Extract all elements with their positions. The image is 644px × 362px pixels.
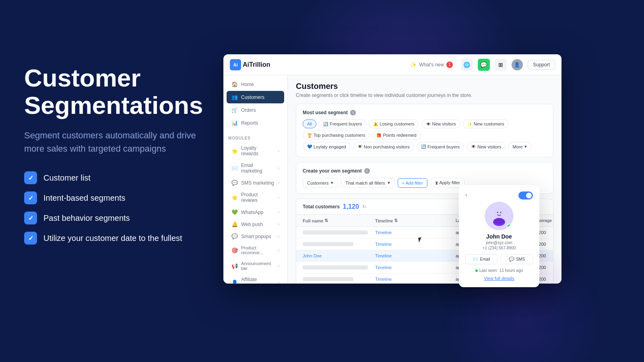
- svg-point-3: [497, 212, 498, 213]
- john-doe-link[interactable]: John Doe: [303, 253, 322, 258]
- email-btn-label: Email: [480, 257, 490, 261]
- chevron-whatsapp: ›: [278, 210, 279, 214]
- popup-actions: ✉️ Email 💬 SMS: [465, 254, 533, 264]
- most-used-segment-title: Most used segment i: [303, 110, 547, 115]
- top-nav: Ai AiTrillion ✨ What's new 1 🌐 💬 ⊞ 👤 Sup…: [223, 54, 561, 75]
- customer-popup: ‹ John Doe john@xyz.com +1 (234) 567-890…: [459, 185, 539, 287]
- product-rec-icon: 🎯: [231, 247, 238, 253]
- feature-item-3: Past behavior segments: [24, 212, 217, 224]
- feature-item-2: Intent-based segments: [24, 191, 217, 204]
- logo-icon: Ai: [230, 59, 241, 70]
- td-timeline-1: Timeline: [375, 230, 423, 235]
- sms-label: SMS marketing: [241, 180, 274, 186]
- tag-loyalty-engaged[interactable]: 💙 Loylaty engaged: [303, 142, 351, 151]
- check-icon-4: [24, 232, 37, 245]
- reviews-label: Product reviews: [241, 192, 275, 203]
- svg-point-4: [500, 212, 502, 213]
- user-avatar[interactable]: 👤: [512, 59, 523, 70]
- feature-label-3: Past behavior segments: [43, 214, 130, 223]
- reports-icon: 📊: [231, 120, 238, 126]
- sidebar-item-reports[interactable]: 📊 Reports: [227, 117, 284, 129]
- tag-non-purchasing[interactable]: 👁️ Non purchasing visitors: [353, 142, 414, 151]
- sidebar-item-email[interactable]: ✉️ Email marketing ›: [227, 160, 284, 177]
- feature-label-1: Customer list: [43, 173, 91, 183]
- sidebar: 🏠 Home 👥 Customers 🛒 Orders 📊 Reports MO…: [223, 75, 288, 284]
- sidebar-item-loyalty[interactable]: ⭐ Loyalty rewards ›: [227, 142, 284, 159]
- whatsapp-button[interactable]: 💬: [478, 59, 490, 71]
- sidebar-item-popups[interactable]: 💬 Smart popups ›: [227, 230, 284, 242]
- popup-customer-name: John Doe: [465, 233, 533, 240]
- total-count: 1,120: [343, 203, 359, 210]
- popup-avatar: [485, 202, 513, 230]
- last-seen-time: 11 hours ago: [500, 268, 523, 273]
- whats-new-button[interactable]: ✨ What's new 1: [407, 60, 456, 70]
- tag-frequent-buyers[interactable]: 🔄 Frequent buyers: [319, 119, 366, 128]
- loyalty-engaged-icon: 💙: [307, 144, 312, 149]
- page-subtitle: Create segments or click timeline to vie…: [296, 93, 553, 98]
- customers-icon: 👥: [231, 94, 238, 100]
- support-button[interactable]: Support: [528, 60, 555, 70]
- last-seen-label: Last seen:: [479, 268, 498, 273]
- td-timeline-4: Timeline: [375, 265, 423, 270]
- affiliate-label: Affiliate program: [241, 277, 275, 284]
- popup-sms-button[interactable]: 💬 SMS: [501, 254, 533, 264]
- tag-new-visitors[interactable]: 👁️ New visitors: [421, 119, 460, 128]
- grid-button[interactable]: ⊞: [495, 59, 507, 71]
- apply-filter-button[interactable]: ⧗ Apply filter: [431, 178, 464, 188]
- tag-new-visitors-2[interactable]: 👁️ New visitors: [466, 142, 506, 151]
- popup-customer-email: john@xyz.com: [465, 241, 533, 245]
- popup-email-button[interactable]: ✉️ Email: [465, 254, 497, 264]
- avatar-svg: [489, 206, 509, 226]
- tag-new-customers[interactable]: ✨ New customers: [463, 119, 509, 128]
- sidebar-item-customers[interactable]: 👥 Customers: [227, 91, 284, 103]
- online-dot: [475, 269, 478, 272]
- sidebar-item-home[interactable]: 🏠 Home: [227, 78, 284, 90]
- feature-label-2: Intent-based segments: [43, 193, 125, 203]
- sidebar-item-orders[interactable]: 🛒 Orders: [227, 104, 284, 116]
- sparkle-icon: ✨: [411, 62, 417, 68]
- customers-filter-select[interactable]: Customers ▾: [303, 178, 338, 188]
- sidebar-item-announcement[interactable]: 📢 Announcement bar ›: [227, 258, 284, 274]
- sidebar-item-reviews[interactable]: ⭐ Product reviews ›: [227, 189, 284, 206]
- page-title: Customers: [296, 82, 553, 91]
- chevron-loyalty: ›: [278, 149, 279, 153]
- popup-toggle[interactable]: [518, 191, 533, 200]
- view-details-link[interactable]: View full details: [465, 276, 533, 281]
- sidebar-item-product-rec[interactable]: 🎯 Product recomme... ›: [227, 243, 284, 258]
- logo-text: AiTrillion: [243, 61, 270, 68]
- chevron-email: ›: [278, 166, 279, 171]
- td-name-5: [303, 277, 375, 281]
- tag-frequent-buyers-2[interactable]: 🔄 Frequent buyers: [417, 142, 464, 151]
- sidebar-item-webpush[interactable]: 🔔 Web push ›: [227, 218, 284, 230]
- sidebar-item-sms[interactable]: 💬 SMS marketing ›: [227, 177, 284, 189]
- tag-more[interactable]: More ▾: [508, 142, 531, 151]
- tag-losing-customers[interactable]: ⚠️ Losing customers: [369, 119, 419, 128]
- sidebar-label-customers: Customers: [241, 95, 264, 100]
- losing-customers-icon: ⚠️: [373, 122, 378, 126]
- tag-frequent-buyers-2-label: Frequent buyers: [427, 144, 460, 149]
- frequent-buyers-icon: 🔄: [323, 122, 328, 126]
- sidebar-item-affiliate[interactable]: 👤 Affiliate program ›: [227, 274, 284, 284]
- whats-new-label: What's new: [419, 62, 444, 68]
- top-nav-right: ✨ What's new 1 🌐 💬 ⊞ 👤 Support: [407, 59, 555, 71]
- match-filter-select[interactable]: That match all filters ▾: [341, 178, 394, 188]
- tag-points-redeemed[interactable]: 🎁 Points redeemed: [372, 131, 421, 140]
- tag-top-purchasing[interactable]: 🏆 Top purchasing customers: [303, 131, 369, 140]
- points-redeemed-icon: 🎁: [376, 133, 381, 138]
- webpush-icon: 🔔: [231, 221, 238, 227]
- refresh-icon[interactable]: ↻: [362, 204, 366, 210]
- email-icon: ✉️: [231, 165, 238, 171]
- chevron-webpush: ›: [278, 222, 279, 226]
- app-logo: Ai AiTrillion: [230, 59, 270, 70]
- sms-btn-label: SMS: [516, 257, 525, 261]
- add-filter-button[interactable]: + Add filter: [398, 178, 427, 188]
- total-customers-label: Total customers: [303, 204, 340, 210]
- product-rec-label: Product recomme...: [241, 245, 275, 255]
- tag-all[interactable]: All: [303, 119, 316, 128]
- sidebar-item-whatsapp[interactable]: 💚 WhatsApp ›: [227, 206, 284, 218]
- email-label: Email marketing: [241, 162, 275, 174]
- language-button[interactable]: 🌐: [461, 59, 473, 71]
- segment-tags-row2: 💙 Loylaty engaged 👁️ Non purchasing visi…: [303, 142, 547, 151]
- sms-btn-icon: 💬: [509, 257, 514, 262]
- check-icon-2: [24, 191, 37, 204]
